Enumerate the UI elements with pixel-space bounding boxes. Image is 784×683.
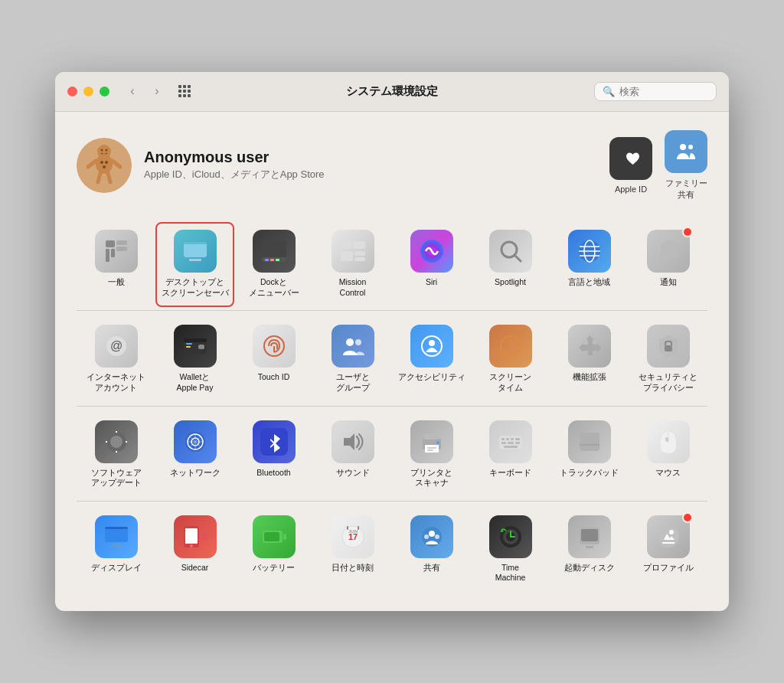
search-input[interactable] (619, 86, 711, 97)
svg-point-21 (688, 145, 693, 149)
notify-badge (682, 227, 693, 237)
notify-icon (647, 230, 690, 273)
pref-item-security[interactable]: セキュリティとプライバシー (629, 317, 707, 402)
pref-item-general[interactable]: 一般 (77, 222, 155, 307)
search-box[interactable]: 🔍 (594, 82, 717, 101)
network-label: ネットワーク (170, 468, 220, 479)
svg-rect-29 (189, 259, 201, 261)
pref-item-desktop[interactable]: デスクトップとスクリーンセーバ (155, 222, 234, 307)
svg-rect-24 (111, 249, 115, 257)
display-icon (95, 515, 138, 558)
svg-text:@: @ (109, 339, 122, 352)
svg-rect-81 (506, 438, 509, 440)
pref-item-sidecar[interactable]: Sidecar (155, 508, 234, 593)
forward-button[interactable]: › (146, 80, 168, 102)
profile-info: Anonymous user Apple ID、iCloud、メディアとApp … (144, 149, 597, 181)
grid-view-button[interactable] (174, 80, 195, 102)
battery-label: バッテリー (253, 563, 295, 574)
svg-rect-22 (106, 240, 115, 247)
svg-rect-101 (283, 534, 286, 540)
startup-label: 起動ディスク (564, 563, 615, 574)
svg-line-14 (113, 161, 120, 167)
pref-item-display[interactable]: ディスプレイ (77, 508, 155, 593)
avatar[interactable] (77, 138, 132, 193)
svg-line-16 (108, 173, 110, 182)
divider-2 (77, 406, 707, 407)
svg-rect-0 (178, 85, 181, 88)
siri-label: Siri (426, 277, 437, 288)
profile-right-icons: Apple ID ファミリー共有 (609, 130, 707, 201)
bluetooth-icon (253, 420, 296, 463)
pref-item-wallet[interactable]: WalletとApple Pay (155, 317, 234, 402)
family-sharing-button[interactable]: ファミリー共有 (665, 130, 707, 201)
svg-line-13 (88, 161, 96, 167)
titlebar: ‹ › システム環境設定 🔍 (55, 72, 729, 112)
pref-item-ext[interactable]: 機能拡張 (550, 317, 629, 402)
language-label: 言語と地域 (568, 277, 610, 288)
profile-section: Anonymous user Apple ID、iCloud、メディアとApp … (77, 130, 707, 201)
pref-item-keyboard[interactable]: キーボード (471, 413, 550, 498)
siri-icon (410, 230, 453, 273)
pref-item-trackpad[interactable]: トラックパッド (550, 413, 629, 498)
dock-label: Dockとメニューバー (249, 277, 299, 298)
minimize-button[interactable] (83, 87, 93, 96)
internet-icon: @ (95, 325, 138, 368)
apple-id-button[interactable]: Apple ID (609, 137, 652, 194)
svg-rect-99 (201, 531, 207, 541)
pref-item-dock[interactable]: Dockとメニューバー (234, 222, 313, 307)
svg-rect-8 (188, 94, 191, 97)
time-machine-label: TimeMachine (495, 563, 526, 583)
sharing-label: 共有 (423, 563, 440, 574)
pref-item-users[interactable]: ユーザとグループ (313, 317, 392, 402)
pref-item-profiles[interactable]: プロファイル (629, 508, 707, 593)
pref-item-datetime[interactable]: JUN17日付と時刻 (313, 508, 392, 593)
pref-item-siri[interactable]: Siri (392, 222, 471, 307)
pref-item-printer[interactable]: プリンタとスキャナ (392, 413, 471, 498)
network-icon (174, 420, 217, 463)
close-button[interactable] (67, 87, 77, 96)
svg-rect-35 (341, 241, 351, 249)
pref-item-time-machine[interactable]: TimeMachine (471, 508, 550, 593)
pref-item-language[interactable]: 言語と地域 (550, 222, 629, 307)
touchid-icon (253, 325, 296, 368)
pref-item-software[interactable]: ソフトウェアアップデート (77, 413, 155, 498)
bluetooth-label: Bluetooth (256, 468, 290, 479)
pref-item-spotlight[interactable]: Spotlight (471, 222, 550, 307)
ext-label: 機能拡張 (573, 372, 606, 383)
svg-rect-74 (425, 434, 439, 440)
svg-rect-28 (184, 242, 207, 244)
pref-item-startup[interactable]: 起動ディスク (550, 508, 629, 593)
pref-item-battery[interactable]: バッテリー (234, 508, 313, 593)
pref-item-sound[interactable]: サウンド (313, 413, 392, 498)
pref-item-mission[interactable]: MissionControl (313, 222, 392, 307)
sidecar-icon (174, 515, 217, 558)
users-icon (332, 325, 374, 368)
svg-point-59 (355, 339, 361, 345)
back-button[interactable]: ‹ (122, 80, 143, 102)
svg-rect-37 (341, 251, 353, 261)
apple-id-icon (609, 137, 652, 180)
pref-item-network[interactable]: ネットワーク (155, 413, 234, 498)
time-machine-icon (489, 515, 532, 558)
spotlight-icon (489, 230, 532, 273)
mouse-icon (647, 420, 690, 463)
display-label: ディスプレイ (91, 563, 142, 574)
maximize-button[interactable] (100, 87, 109, 96)
pref-item-access[interactable]: アクセシビリティ (392, 317, 471, 402)
svg-rect-7 (183, 94, 186, 97)
pref-item-internet[interactable]: @インターネットアカウント (77, 317, 155, 402)
pref-item-sharing[interactable]: 共有 (392, 508, 471, 593)
pref-item-touchid[interactable]: Touch ID (234, 317, 313, 402)
svg-rect-5 (188, 90, 191, 93)
printer-label: プリンタとスキャナ (410, 468, 452, 489)
pref-item-screentime[interactable]: スクリーンタイム (471, 317, 550, 402)
pref-item-bluetooth[interactable]: Bluetooth (234, 413, 313, 498)
svg-rect-91 (665, 437, 668, 442)
pref-item-notify[interactable]: 通知 (629, 222, 707, 307)
pref-section-1: 一般デスクトップとスクリーンセーバDockとメニューバーMissionContr… (77, 222, 707, 307)
trackpad-label: トラックパッド (560, 468, 619, 479)
security-label: セキュリティとプライバシー (639, 372, 697, 393)
mission-label: MissionControl (339, 277, 367, 298)
pref-item-mouse[interactable]: マウス (629, 413, 707, 498)
profiles-badge (682, 512, 693, 523)
